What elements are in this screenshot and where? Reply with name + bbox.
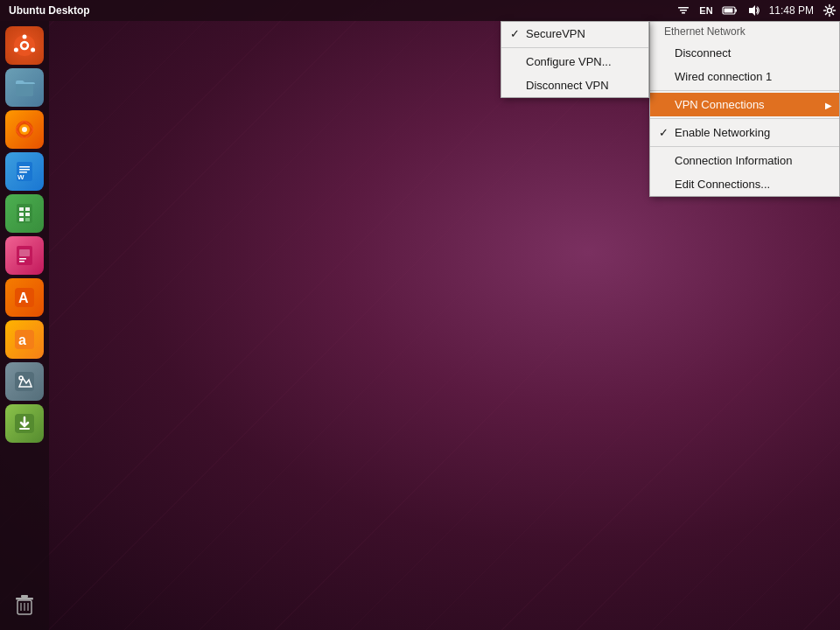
- svg-rect-25: [19, 213, 24, 216]
- svg-rect-23: [19, 207, 24, 211]
- keyboard-layout-icon[interactable]: EN: [696, 0, 716, 21]
- svg-rect-18: [19, 166, 30, 168]
- panel-title: Ubuntu Desktop: [0, 4, 99, 17]
- vpn-separator-1: [501, 47, 648, 48]
- svg-rect-27: [19, 218, 24, 221]
- menu-separator-1: [650, 90, 839, 91]
- firefox-icon[interactable]: [5, 110, 44, 149]
- edit-connections-menu-item[interactable]: Edit Connections...: [650, 172, 839, 196]
- launcher: W: [0, 21, 49, 630]
- panel-right: EN 11:48 PM: [673, 0, 840, 21]
- amazon-icon[interactable]: a: [5, 320, 44, 359]
- svg-rect-26: [25, 213, 30, 216]
- svg-rect-1: [680, 10, 687, 11]
- writer-icon[interactable]: W: [5, 152, 44, 191]
- svg-marker-6: [749, 5, 755, 16]
- disconnect-menu-item[interactable]: Disconnect: [650, 41, 839, 65]
- securevpn-menu-item[interactable]: SecureVPN: [501, 22, 648, 46]
- appstore-icon[interactable]: A: [5, 278, 44, 317]
- svg-rect-31: [19, 258, 26, 260]
- svg-rect-43: [21, 595, 28, 598]
- svg-rect-42: [16, 598, 33, 600]
- vpn-connections-menu-item[interactable]: VPN Connections ▶: [650, 93, 839, 116]
- settings-icon[interactable]: [819, 0, 840, 21]
- disconnect-vpn-menu-item[interactable]: Disconnect VPN: [501, 74, 648, 97]
- svg-text:A: A: [18, 290, 29, 305]
- panel-time[interactable]: 11:48 PM: [766, 0, 817, 21]
- configure-vpn-menu-item[interactable]: Configure VPN...: [501, 50, 648, 74]
- svg-rect-5: [735, 10, 737, 12]
- calc-icon[interactable]: [5, 194, 44, 233]
- desktop: Ubuntu Desktop EN: [0, 0, 840, 630]
- menu-separator-3: [650, 146, 839, 147]
- svg-point-10: [23, 35, 27, 39]
- svg-rect-13: [16, 82, 33, 96]
- update-icon[interactable]: [5, 404, 44, 443]
- volume-icon[interactable]: [743, 0, 764, 21]
- menu-separator-2: [650, 118, 839, 119]
- svg-rect-19: [19, 169, 30, 171]
- svg-point-7: [828, 9, 832, 13]
- svg-point-12: [14, 48, 18, 52]
- svg-rect-0: [678, 7, 689, 9]
- svg-point-16: [22, 127, 27, 132]
- svg-rect-40: [19, 428, 30, 430]
- network-panel-icon[interactable]: [673, 0, 694, 21]
- svg-rect-32: [19, 261, 24, 262]
- vpn-submenu-arrow: ▶: [825, 100, 832, 109]
- connection-information-menu-item[interactable]: Connection Information: [650, 149, 839, 172]
- battery-icon[interactable]: [718, 0, 741, 21]
- files-icon[interactable]: [5, 68, 44, 107]
- svg-text:W: W: [18, 173, 24, 181]
- svg-rect-24: [25, 207, 30, 211]
- svg-rect-2: [682, 12, 685, 14]
- top-panel: Ubuntu Desktop EN: [0, 0, 840, 21]
- trash-icon[interactable]: [5, 584, 44, 623]
- enable-networking-menu-item[interactable]: Enable Networking: [650, 121, 839, 144]
- ubuntu-icon[interactable]: [5, 26, 44, 65]
- svg-rect-22: [17, 204, 32, 223]
- svg-rect-4: [724, 9, 732, 13]
- wired-connection-menu-item[interactable]: Wired connection 1: [650, 65, 839, 88]
- tools-icon[interactable]: [5, 362, 44, 401]
- svg-rect-30: [19, 249, 30, 256]
- main-dropdown-menu: Ethernet Network Disconnect Wired connec…: [649, 21, 840, 197]
- impress-icon[interactable]: [5, 236, 44, 275]
- svg-text:a: a: [18, 332, 26, 347]
- vpn-submenu-menu: SecureVPN Configure VPN... Disconnect VP…: [500, 21, 649, 98]
- svg-point-11: [31, 48, 35, 52]
- svg-rect-28: [25, 218, 30, 221]
- ethernet-network-header: Ethernet Network: [650, 22, 839, 41]
